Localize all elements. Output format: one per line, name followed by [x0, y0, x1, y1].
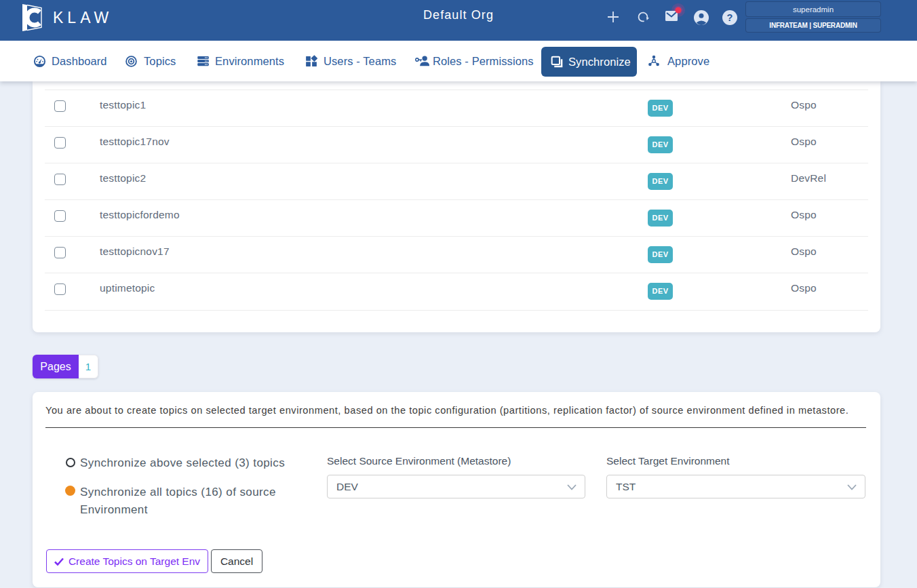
svg-text:?: ?: [727, 12, 733, 23]
